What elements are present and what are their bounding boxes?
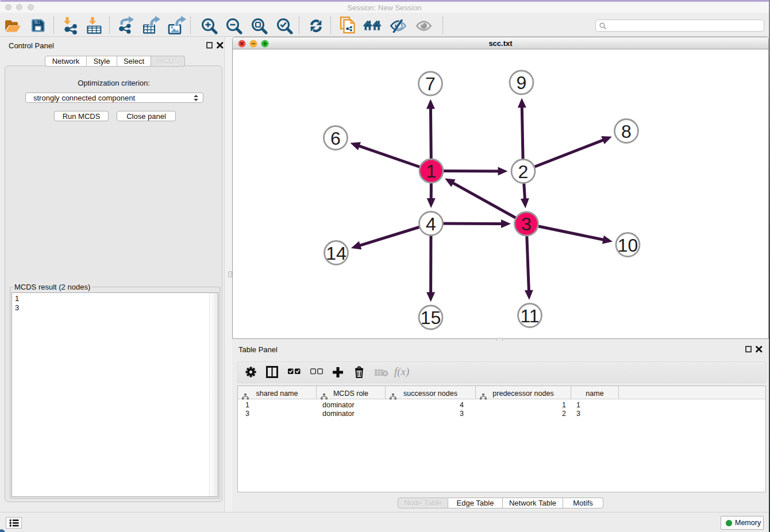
svg-text:8: 8 (621, 121, 632, 142)
svg-text:11: 11 (520, 306, 539, 326)
svg-text:4: 4 (426, 214, 436, 234)
svg-text:10: 10 (618, 235, 638, 256)
svg-text:7: 7 (425, 74, 436, 94)
svg-text:14: 14 (326, 243, 346, 264)
svg-text:2: 2 (518, 161, 529, 182)
svg-text:9: 9 (517, 72, 527, 93)
svg-text:1: 1 (426, 161, 437, 182)
svg-text:3: 3 (521, 214, 532, 234)
svg-text:15: 15 (421, 307, 441, 328)
svg-text:6: 6 (330, 128, 341, 149)
